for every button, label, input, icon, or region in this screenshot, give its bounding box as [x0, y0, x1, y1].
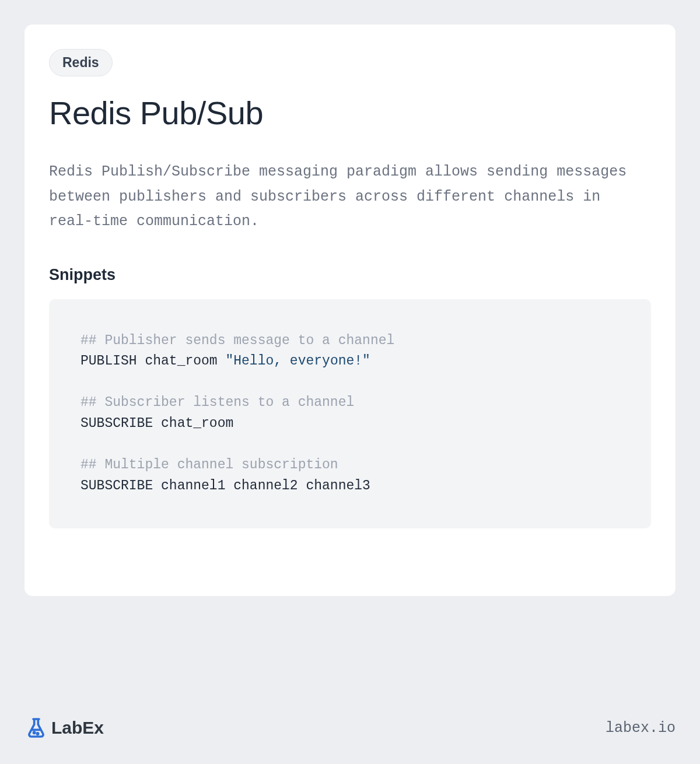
code-line: ## Subscriber listens to a channel: [80, 392, 620, 413]
code-command: PUBLISH chat_room: [80, 353, 225, 369]
code-command: SUBSCRIBE chat_room: [80, 416, 233, 431]
code-line: SUBSCRIBE channel1 channel2 channel3: [80, 476, 620, 497]
code-line: PUBLISH chat_room "Hello, everyone!": [80, 351, 620, 372]
svg-point-0: [34, 732, 35, 733]
code-line: SUBSCRIBE chat_room: [80, 413, 620, 434]
code-comment: ## Subscriber listens to a channel: [80, 395, 354, 410]
footer: LabEx labex.io: [24, 716, 676, 740]
page-title: Redis Pub/Sub: [49, 94, 651, 132]
footer-url: labex.io: [606, 720, 676, 737]
code-command: SUBSCRIBE channel1 channel2 channel3: [80, 478, 370, 493]
code-empty-line: [80, 434, 620, 455]
content-card: Redis Redis Pub/Sub Redis Publish/Subscr…: [24, 24, 676, 596]
code-empty-line: [80, 372, 620, 393]
code-line: ## Publisher sends message to a channel: [80, 331, 620, 352]
description-text: Redis Publish/Subscribe messaging paradi…: [49, 160, 651, 234]
flask-icon: [24, 716, 48, 740]
brand-name: LabEx: [51, 718, 104, 738]
code-comment: ## Publisher sends message to a channel: [80, 333, 394, 348]
code-string: "Hello, everyone!": [225, 353, 370, 369]
svg-point-1: [37, 733, 38, 734]
code-line: ## Multiple channel subscription: [80, 455, 620, 476]
brand-logo: LabEx: [24, 716, 104, 740]
snippets-heading: Snippets: [49, 266, 651, 284]
code-comment: ## Multiple channel subscription: [80, 457, 338, 472]
code-block: ## Publisher sends message to a channel …: [49, 299, 651, 528]
category-tag: Redis: [49, 49, 113, 76]
